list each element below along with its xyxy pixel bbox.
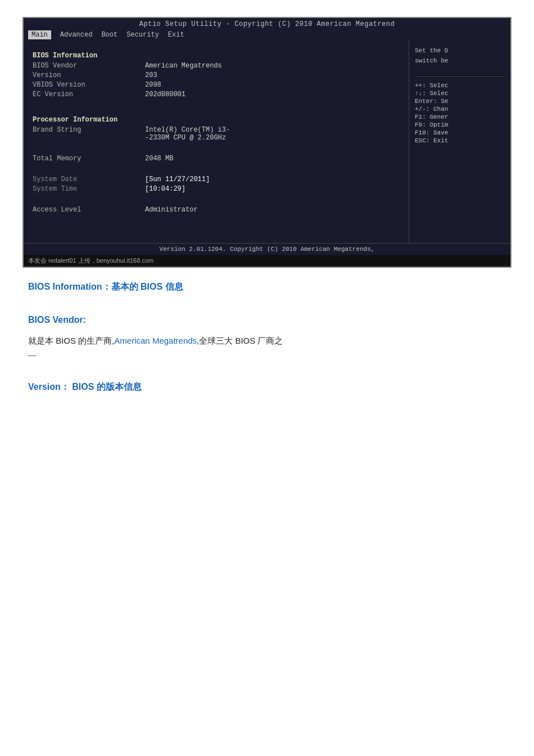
article-heading-zh-bios-info: 基本的 BIOS 信息 [111, 282, 183, 291]
article-section-version: Version： BIOS 的版本信息 [28, 379, 500, 395]
article-separator-3: ： [61, 382, 70, 392]
article-heading-en-version: Version [28, 382, 61, 392]
article-heading-zh-version: BIOS 的版本信息 [70, 382, 142, 392]
bios-row-sysdate: System Date [Sun 11/27/2011] [33, 176, 400, 183]
article-content: BIOS Information：基本的 BIOS 信息 BIOS Vendor… [11, 268, 523, 424]
bios-vbios-value: 2098 [145, 81, 400, 89]
bios-titlebar: Aptio Setup Utility - Copyright (C) 2010… [24, 18, 510, 29]
processor-info-title: Processor Information [33, 116, 400, 124]
bios-row-brand: Brand String Intel(R) Core(TM) i3--2330M… [33, 126, 400, 142]
bios-menu-advanced[interactable]: Advanced [60, 31, 93, 39]
bios-row-access: Access Level Administrator [33, 206, 400, 214]
bios-version-value: 203 [145, 71, 400, 79]
bios-help-line2: switch be [415, 57, 505, 64]
bios-key-4: +/-: Chan [415, 106, 505, 112]
bios-version-label: Version [33, 71, 145, 79]
bios-right-panel: Set the D switch be ++: Selec ↑↓: Selec … [409, 40, 510, 243]
article-body-bios-vendor: 就是本 BIOS 的生产商,American Megatrends,全球三大 B… [28, 333, 500, 362]
bios-row-systime: System Time [10:04:29] [33, 185, 400, 193]
article-dash: — [28, 348, 500, 362]
spacer3 [33, 164, 400, 176]
bios-key-8: ESC: Exit [415, 137, 505, 144]
bios-menu-main[interactable]: Main [28, 30, 51, 39]
bios-title-text: Aptio Setup Utility - Copyright (C) 2010… [139, 20, 395, 28]
bios-key-6: F9: Optim [415, 122, 505, 128]
article-section-bios-info: BIOS Information：基本的 BIOS 信息 [28, 279, 500, 295]
spacer1 [33, 100, 400, 111]
bios-key-1: ++: Selec [415, 82, 505, 89]
bios-menu-security[interactable]: Security [126, 31, 159, 39]
bios-ec-value: 202d080001 [145, 91, 400, 98]
bios-vendor-value: American Megatrends [145, 62, 400, 70]
bios-access-value: Administrator [145, 206, 400, 214]
bios-key-3: Enter: Se [415, 98, 505, 105]
bios-key-2: ↑↓: Selec [415, 90, 505, 97]
bios-key-7: F10: Save [415, 129, 505, 136]
article-separator-2: : [83, 315, 86, 325]
article-heading-bios-vendor: BIOS Vendor: [28, 312, 500, 328]
bios-row-version: Version 203 [33, 71, 400, 79]
bios-brand-value: Intel(R) Core(TM) i3--2330M CPU @ 2.20GH… [145, 126, 400, 142]
article-heading-bios-info: BIOS Information：基本的 BIOS 信息 [28, 279, 500, 295]
article-heading-en-bios-vendor: BIOS Vendor [28, 315, 83, 325]
bios-access-label: Access Level [33, 206, 145, 214]
bios-content-area: BIOS Information BIOS Vendor American Me… [24, 40, 510, 243]
bios-vendor-label: BIOS Vendor [33, 62, 145, 70]
bios-systime-label: System Time [33, 185, 145, 193]
bios-screenshot: Aptio Setup Utility - Copyright (C) 2010… [22, 17, 512, 268]
article-heading-version: Version： BIOS 的版本信息 [28, 379, 500, 395]
bios-watermark: 本友会 redalert01 上传，benyouhui.it168.com [24, 255, 510, 267]
bios-menu-exit[interactable]: Exit [168, 31, 184, 39]
bios-menu-boot[interactable]: Boot [101, 31, 117, 39]
bios-key-5: F1: Gener [415, 114, 505, 120]
bios-vbios-label: VBIOS Version [33, 81, 145, 89]
bios-row-vendor: BIOS Vendor American Megatrends [33, 62, 400, 70]
bios-left-panel: BIOS Information BIOS Vendor American Me… [24, 40, 409, 243]
bios-row-ec: EC Version 202d080001 [33, 91, 400, 98]
page-wrapper: Aptio Setup Utility - Copyright (C) 2010… [0, 0, 534, 756]
bios-brand-label: Brand String [33, 126, 145, 142]
article-separator-1: ： [102, 282, 111, 291]
article-heading-en-bios-info: BIOS Information [28, 282, 102, 291]
bios-systime-value: [10:04:29] [145, 185, 400, 193]
bios-help-line1: Set the D [415, 47, 505, 54]
bios-sysdate-label: System Date [33, 176, 145, 183]
spacer2 [33, 143, 400, 155]
bios-row-vbios: VBIOS Version 2098 [33, 81, 400, 89]
bios-memory-value: 2048 MB [145, 155, 400, 163]
bios-row-memory: Total Memory 2048 MB [33, 155, 400, 163]
bios-ec-label: EC Version [33, 91, 145, 98]
bios-menubar: Main Advanced Boot Security Exit [24, 29, 510, 40]
bios-sysdate-value: [Sun 11/27/2011] [145, 176, 400, 183]
bios-footer: Version 2.01.1204. Copyright (C) 2010 Am… [24, 243, 510, 255]
article-vendor-name: American Megatrends [114, 336, 197, 345]
bios-memory-label: Total Memory [33, 155, 145, 163]
article-section-bios-vendor: BIOS Vendor: 就是本 BIOS 的生产商,American Mega… [28, 312, 500, 362]
bios-info-title: BIOS Information [33, 52, 400, 60]
spacer4 [33, 195, 400, 206]
